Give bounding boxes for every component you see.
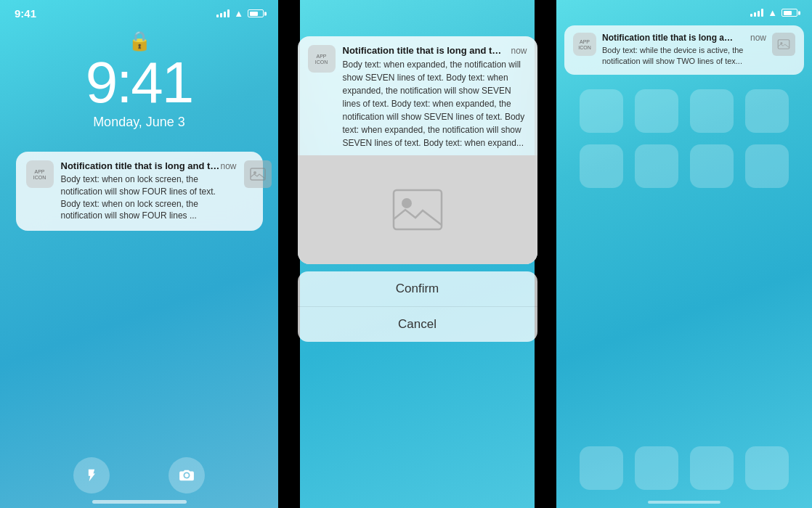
home-screen-panel: ▲ APP ICON Notification title that is lo… — [556, 0, 812, 508]
middle-status-bar — [278, 0, 556, 7]
expanded-notif-header: Notification title that is long and trun… — [343, 45, 527, 56]
expanded-notification-panel: APP ICON Notification title that is long… — [278, 0, 556, 508]
app-icon-4[interactable] — [745, 89, 789, 133]
right-black-bar — [535, 0, 556, 508]
lock-notif-title: Notification title that is long and trun… — [61, 160, 221, 171]
svg-rect-2 — [394, 190, 442, 229]
app-icon-8[interactable] — [745, 144, 789, 188]
app-icon-2[interactable] — [635, 89, 678, 133]
right-notif-header: Notification title that is long and trun… — [602, 33, 766, 43]
battery-icon — [248, 9, 264, 17]
svg-point-3 — [402, 198, 412, 208]
right-wifi-icon: ▲ — [768, 7, 777, 18]
right-notif-body: Body text: while the device is active, t… — [602, 45, 766, 67]
lock-time-display: 9:41 — [86, 54, 193, 112]
right-home-indicator — [648, 501, 720, 504]
expanded-app-icon: APP ICON — [308, 45, 336, 73]
left-status-bar: 9:41 ▲ — [0, 0, 278, 22]
right-battery-icon — [781, 9, 797, 17]
app-icon-5[interactable] — [580, 144, 623, 188]
right-status-bar: ▲ — [556, 0, 812, 21]
expanded-image-area — [298, 155, 537, 264]
svg-rect-0 — [251, 168, 265, 180]
cancel-button[interactable]: Cancel — [298, 307, 537, 342]
dock-icon-3[interactable] — [690, 446, 734, 490]
app-icon-3[interactable] — [690, 89, 734, 133]
dock-icon-2[interactable] — [635, 446, 678, 490]
lock-icon: 🔒 — [128, 30, 151, 52]
expanded-notif-top: APP ICON Notification title that is long… — [298, 36, 537, 155]
flashlight-button[interactable] — [73, 457, 110, 493]
app-icon-6[interactable] — [635, 144, 678, 188]
lock-notif-image-thumb — [244, 160, 272, 188]
lock-notif-time: now — [221, 161, 237, 171]
lock-date-display: Monday, June 3 — [93, 115, 185, 130]
svg-point-5 — [780, 42, 782, 44]
signal-icon — [216, 9, 230, 17]
expanded-notif-body: Body text: when expanded, the notificati… — [343, 58, 527, 149]
right-notification[interactable]: APP ICON Notification title that is long… — [564, 25, 804, 75]
wifi-icon: ▲ — [234, 8, 243, 19]
app-icon-1[interactable] — [580, 89, 623, 133]
svg-point-1 — [253, 171, 256, 174]
right-notif-content: Notification title that is long and trun… — [602, 33, 766, 67]
app-icon-7[interactable] — [690, 144, 734, 188]
right-notif-image-thumb — [772, 33, 795, 56]
left-status-time: 9:41 — [15, 7, 36, 20]
action-buttons-container: Confirm Cancel — [298, 271, 537, 342]
camera-button[interactable] — [169, 457, 205, 493]
left-status-icons: ▲ — [216, 8, 264, 19]
dock-icon-1[interactable] — [580, 446, 623, 490]
lock-notif-header: Notification title that is long and trun… — [61, 160, 237, 171]
app-grid — [580, 89, 789, 188]
left-bottom-bar — [0, 457, 278, 493]
left-black-bar — [278, 0, 300, 508]
right-dock — [580, 446, 789, 490]
lock-notif-content: Notification title that is long and trun… — [61, 160, 237, 222]
expanded-notif-content: Notification title that is long and trun… — [343, 45, 527, 149]
svg-rect-4 — [778, 40, 789, 49]
right-app-icon: APP ICON — [573, 33, 596, 56]
lock-screen-panel: 9:41 ▲ 🔒 9:41 Monday, June 3 APP ICON No… — [0, 0, 278, 508]
left-home-indicator — [92, 500, 187, 504]
right-notif-time: now — [750, 33, 766, 43]
lock-notification[interactable]: APP ICON Notification title that is long… — [16, 152, 263, 231]
right-notif-title: Notification title that is long and trun… — [602, 33, 733, 43]
right-status-icons: ▲ — [750, 7, 797, 18]
right-signal-icon — [750, 9, 763, 17]
expanded-notification[interactable]: APP ICON Notification title that is long… — [298, 36, 537, 264]
expanded-notif-time: now — [511, 46, 527, 56]
expanded-notif-title: Notification title that is long and trun… — [343, 45, 503, 56]
lock-app-icon: APP ICON — [26, 160, 54, 188]
confirm-button[interactable]: Confirm — [298, 271, 537, 307]
lock-notif-body: Body text: when on lock screen, the noti… — [61, 173, 237, 222]
dock-icon-4[interactable] — [745, 446, 789, 490]
